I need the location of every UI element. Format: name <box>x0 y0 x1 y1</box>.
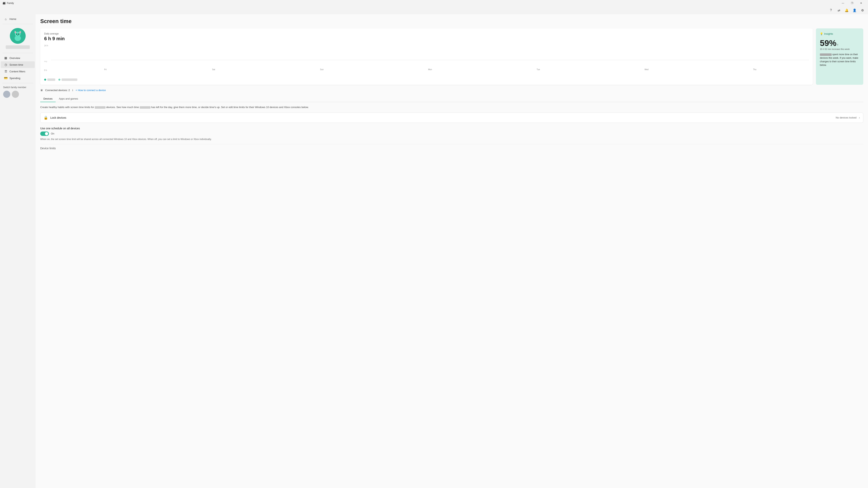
daily-avg-label: Daily average <box>44 32 809 35</box>
chart-card: Daily average 6 h 9 min 14 h avg 0 h <box>40 28 813 85</box>
app-title: Family <box>7 2 14 4</box>
bell-button[interactable]: 🔔 <box>843 7 850 13</box>
close-button[interactable]: ✕ <box>857 0 866 6</box>
bars-inner: Fri Sat Sun <box>51 44 809 71</box>
sidebar-item-content-filters[interactable]: ☰ Content filters <box>1 68 35 75</box>
sidebar-item-overview-label: Overview <box>9 57 20 60</box>
bar-chart: 14 h avg 0 h Fri <box>44 44 809 76</box>
avatar-section: ██████ ██████ <box>0 26 35 51</box>
page-title: Screen time <box>40 18 863 25</box>
legend-label-1: ████ <box>48 78 55 81</box>
insights-percentage: 59% <box>820 38 836 48</box>
spending-icon: 💳 <box>4 76 7 80</box>
chart-section: Daily average 6 h 9 min 14 h avg 0 h <box>40 28 863 85</box>
bar-group-sat: Sat <box>160 67 268 71</box>
lock-devices-row[interactable]: 🔒 Lock devices No devices locked › <box>40 112 863 123</box>
home-icon: ⌂ <box>4 18 7 21</box>
top-toolbar: ? ⇄ 🔔 👤 ⚙ <box>0 6 868 14</box>
bar-label-sun: Sun <box>320 67 324 71</box>
insights-card: 💡 Insights 59% ↑ 15 h 52 min increase th… <box>816 28 863 85</box>
devices-description: Create healthy habits with screen time l… <box>40 105 863 109</box>
bar-label-mon: Mon <box>428 67 432 71</box>
avatar-llama-svg <box>10 28 26 44</box>
main-content: Screen time Daily average 6 h 9 min 14 h… <box>35 14 868 488</box>
svg-point-13 <box>18 35 18 35</box>
toggle-description: When on, the set screen time limit will … <box>40 137 863 141</box>
child-name-blur-2 <box>140 106 151 109</box>
sidebar-divider-3 <box>2 83 33 83</box>
svg-point-11 <box>17 35 19 36</box>
sidebar-item-home[interactable]: ⌂ Home <box>1 16 35 22</box>
account-icon: 👤 <box>852 8 857 12</box>
app-icon: 👨‍👩‍👧 <box>2 2 6 5</box>
titlebar-controls: — ❐ ✕ <box>838 0 866 6</box>
overview-icon: ▦ <box>4 56 7 60</box>
toggle-switch[interactable] <box>40 131 49 136</box>
titlebar-left: 👨‍👩‍👧 Family <box>2 2 14 5</box>
bar-label-fri: Fri <box>104 67 106 71</box>
insights-name-blur <box>820 54 832 56</box>
help-button[interactable]: ? <box>828 7 834 13</box>
svg-point-10 <box>19 34 19 34</box>
tab-apps-games[interactable]: Apps and games <box>56 96 81 102</box>
bar-group-tue: Tue <box>484 67 592 71</box>
titlebar: 👨‍👩‍👧 Family — ❐ ✕ <box>0 0 868 6</box>
settings-button[interactable]: ⚙ <box>859 7 866 13</box>
insights-arrow: ↑ <box>837 43 839 47</box>
connected-devices-label: Connected devices: 2 <box>45 89 70 92</box>
lock-devices-label: Lock devices <box>50 116 66 119</box>
sidebar-item-screen-time[interactable]: ◷ Screen time <box>1 61 35 68</box>
tab-devices[interactable]: Devices <box>40 96 56 102</box>
avg-dashed-line <box>51 60 809 60</box>
bar-group-mon: Mon <box>376 67 484 71</box>
how-to-connect-label: How to connect a device <box>78 89 106 92</box>
share-button[interactable]: ⇄ <box>836 7 842 13</box>
sidebar-item-overview[interactable]: ▦ Overview <box>1 55 35 61</box>
connected-devices-row: 🖥 Connected devices: 2 ℹ + How to connec… <box>40 89 863 92</box>
settings-icon: ⚙ <box>861 8 864 12</box>
svg-point-12 <box>18 35 18 35</box>
plus-icon: + <box>75 89 77 92</box>
sidebar-item-content-filters-label: Content filters <box>9 70 25 73</box>
share-icon: ⇄ <box>838 8 840 12</box>
avg-value: 6 h 9 min <box>44 36 809 41</box>
family-avatar-1[interactable] <box>3 91 10 98</box>
insights-percentage-row: 59% ↑ <box>820 38 859 48</box>
toggle-label: Use one schedule on all devices <box>40 127 863 130</box>
content-filters-icon: ☰ <box>4 70 7 73</box>
family-avatar-2[interactable] <box>12 91 19 98</box>
bar-group-sun: Sun <box>268 67 376 71</box>
devices-icon: 🖥 <box>40 89 43 92</box>
account-button[interactable]: 👤 <box>851 7 858 13</box>
child-name-blur-1 <box>95 106 105 109</box>
user-name-blur: ██████ ██████ <box>6 45 30 49</box>
bell-icon: 🔔 <box>845 8 849 12</box>
insights-header: 💡 Insights <box>820 32 859 35</box>
info-icon[interactable]: ℹ <box>72 89 73 92</box>
bar-group-wed: Wed <box>592 67 701 71</box>
sidebar: ⌂ Home <box>0 14 35 488</box>
y-label-top: 14 h <box>44 44 50 47</box>
help-icon: ? <box>830 8 832 12</box>
bars-area: Fri Sat Sun <box>51 44 809 76</box>
bar-group-thu: Thu <box>701 67 809 71</box>
sidebar-item-home-label: Home <box>9 18 17 21</box>
bar-label-tue: Tue <box>536 67 540 71</box>
minimize-button[interactable]: — <box>838 0 847 6</box>
how-to-connect-link[interactable]: + How to connect a device <box>75 89 106 92</box>
bar-label-wed: Wed <box>645 67 648 71</box>
device-limits-header: Device limits <box>40 144 863 152</box>
toggle-state: On <box>51 132 54 135</box>
sidebar-item-spending[interactable]: 💳 Spending <box>1 75 35 82</box>
family-member-avatars <box>0 90 35 99</box>
avatar[interactable] <box>10 28 26 44</box>
lock-devices-left: 🔒 Lock devices <box>43 116 66 120</box>
insights-bulb-icon: 💡 <box>820 32 823 35</box>
toggle-row: On <box>40 131 863 136</box>
restore-button[interactable]: ❐ <box>847 0 857 6</box>
lock-devices-right: No devices locked › <box>836 116 860 120</box>
tabs-row: Devices Apps and games <box>40 96 863 102</box>
y-axis-labels: 14 h avg 0 h <box>44 44 50 71</box>
legend-label-2: ████████ <box>62 78 77 81</box>
legend-item-1: ████ <box>44 78 55 81</box>
